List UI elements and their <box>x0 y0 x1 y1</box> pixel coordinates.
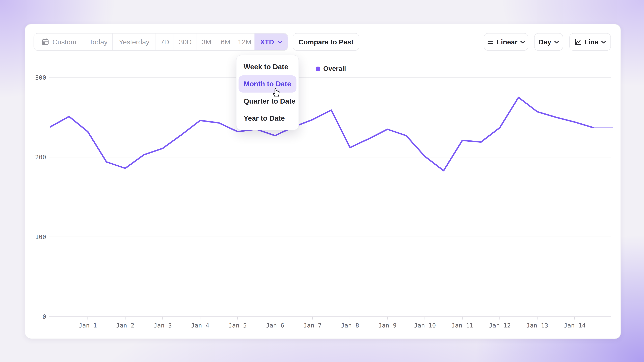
chart-type-select-button[interactable]: Line <box>569 33 611 51</box>
range-yesterday-button[interactable]: Yesterday <box>113 33 156 50</box>
chevron-down-icon <box>602 40 606 43</box>
calendar-icon <box>42 38 49 46</box>
range-12m-button[interactable]: 12M <box>235 33 254 50</box>
legend-swatch-overall <box>316 66 320 71</box>
scale-select-button[interactable]: Linear <box>484 33 528 51</box>
date-range-group: Custom Today Yesterday 7D 30D 3M 6M 12M … <box>34 33 288 51</box>
compare-to-past-button[interactable]: Compare to Past <box>293 33 360 51</box>
chevron-down-icon <box>554 40 559 43</box>
xtd-dropdown-menu: Week to Date Month to Date Quarter to Da… <box>236 55 299 130</box>
range-custom-button[interactable]: Custom <box>34 33 84 50</box>
menu-item-quarter-to-date[interactable]: Quarter to Date <box>239 93 296 110</box>
range-today-button[interactable]: Today <box>84 33 113 50</box>
range-custom-label: Custom <box>52 38 76 46</box>
chevron-down-icon <box>278 40 282 43</box>
menu-item-month-to-date[interactable]: Month to Date <box>239 75 296 93</box>
line-chart-icon <box>574 38 582 45</box>
range-xtd-button[interactable]: XTD <box>254 33 288 50</box>
range-7d-button[interactable]: 7D <box>156 33 174 50</box>
range-6m-button[interactable]: 6M <box>216 33 235 50</box>
legend-label-overall: Overall <box>323 65 346 72</box>
menu-item-year-to-date[interactable]: Year to Date <box>239 110 296 127</box>
interval-select-button[interactable]: Day <box>534 33 563 51</box>
linear-scale-icon <box>487 38 494 45</box>
hand-pointer-cursor <box>271 86 282 98</box>
page-background: 0100200300Jan 1Jan 2Jan 3Jan 4Jan 5Jan 6… <box>0 0 644 362</box>
menu-item-week-to-date[interactable]: Week to Date <box>239 58 296 76</box>
range-30d-button[interactable]: 30D <box>174 33 197 50</box>
chart-legend: Overall <box>316 65 346 72</box>
chevron-down-icon <box>520 40 525 43</box>
range-3m-button[interactable]: 3M <box>197 33 216 50</box>
